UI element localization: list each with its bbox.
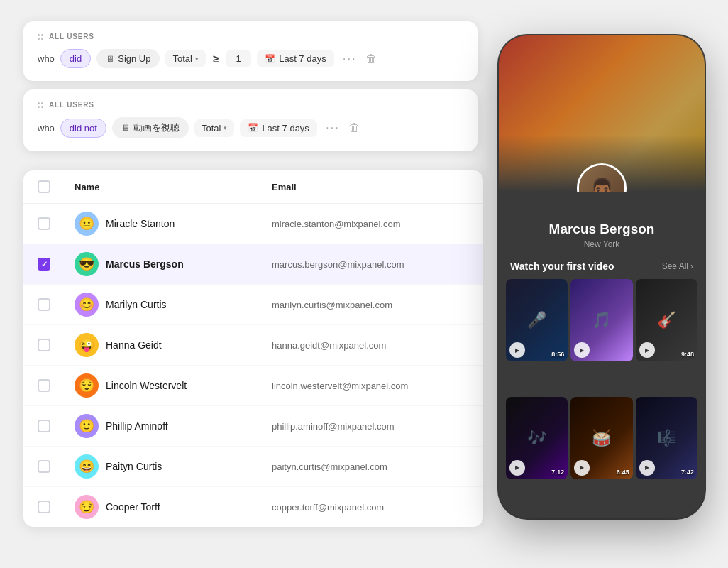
user-name: Marilyn Curtis bbox=[106, 299, 167, 310]
play-button[interactable]: ▶ bbox=[639, 460, 655, 476]
filter-row-1: who did 🖥 Sign Up Total ▾ ≥ 1 📅 Last 7 d… bbox=[38, 49, 463, 68]
video-duration: 7:12 bbox=[551, 469, 564, 476]
user-info: 🙂Phillip Aminoff bbox=[75, 414, 272, 438]
user-email: marcus.bergson@mixpanel.com bbox=[272, 259, 469, 270]
avatar: 😊 bbox=[75, 293, 99, 317]
table-row[interactable]: 😜Hanna Geidthanna.geidt@mixpanel.com bbox=[23, 325, 483, 366]
table-row[interactable]: 😐Miracle Stantonmiracle.stanton@mixpanel… bbox=[23, 204, 483, 244]
row-checkbox[interactable] bbox=[38, 217, 50, 230]
table-row[interactable]: 😎Marcus Bergsonmarcus.bergson@mixpanel.c… bbox=[23, 244, 483, 285]
user-info: 😜Hanna Geidt bbox=[75, 333, 272, 357]
avatar: 😎 bbox=[75, 252, 99, 276]
more-options-1[interactable]: ··· bbox=[340, 52, 360, 66]
user-name: Marcus Bergson bbox=[106, 258, 184, 270]
date-range-2[interactable]: 📅 Last 7 days bbox=[240, 119, 317, 137]
row-checkbox[interactable] bbox=[38, 298, 50, 311]
video-thumbnail[interactable]: 🎶▶7:12 bbox=[506, 397, 568, 479]
drag-handle-icon-2 bbox=[38, 102, 43, 108]
avatar: 🙂 bbox=[75, 414, 99, 438]
video-duration: 9:48 bbox=[681, 351, 694, 358]
user-info: 😌Lincoln Westervelt bbox=[75, 373, 272, 398]
video-thumbnail[interactable]: 🎸▶9:48 bbox=[636, 279, 697, 361]
email-column-header: Email bbox=[272, 182, 469, 192]
user-info: 😎Marcus Bergson bbox=[75, 252, 272, 276]
avatar: 😐 bbox=[75, 212, 99, 236]
user-email: phillip.aminoff@mixpanel.com bbox=[272, 421, 469, 432]
row-checkbox[interactable] bbox=[38, 339, 50, 351]
table-row[interactable]: 🙂Phillip Aminoffphillip.aminoff@mixpanel… bbox=[23, 406, 483, 447]
user-name: Lincoln Westervelt bbox=[106, 380, 187, 391]
video-thumbnail[interactable]: 🎤▶8:56 bbox=[506, 279, 568, 361]
filter-cards: ALL USERS who did 🖥 Sign Up Total ▾ ≥ 1 bbox=[23, 21, 478, 151]
monitor-icon-2: 🖥 bbox=[121, 123, 130, 133]
filter-card-2: ALL USERS who did not 🖥 動画を視聴 Total ▾ 📅 … bbox=[23, 89, 478, 151]
phone-body: Marcus Bergson New York Watch your first… bbox=[499, 192, 705, 518]
did-pill[interactable]: did bbox=[60, 49, 91, 68]
avatar: 😄 bbox=[75, 454, 99, 479]
who-label-1: who bbox=[38, 53, 55, 64]
aggregate-select-2[interactable]: Total ▾ bbox=[194, 119, 234, 137]
aggregate-select-1[interactable]: Total ▾ bbox=[165, 50, 205, 67]
video-thumbnail[interactable]: 🎵▶ bbox=[570, 279, 632, 361]
avatar: 😏 bbox=[75, 495, 99, 519]
phone-user-location: New York bbox=[499, 239, 705, 249]
filter-card-1: ALL USERS who did 🖥 Sign Up Total ▾ ≥ 1 bbox=[23, 21, 478, 81]
phone-header-bg: 👨🏾 bbox=[499, 36, 705, 192]
event-pill-2[interactable]: 🖥 動画を視聴 bbox=[112, 117, 189, 138]
filter-card-2-title: ALL USERS bbox=[38, 101, 463, 109]
table-row[interactable]: 😄Paityn Curtispaityn.curtis@mixpanel.com bbox=[23, 447, 483, 487]
avatar: 😜 bbox=[75, 333, 99, 357]
user-info: 😏Cooper Torff bbox=[75, 495, 272, 519]
table-row[interactable]: 😏Cooper Torffcopper.torff@mixpanel.com bbox=[23, 487, 483, 527]
play-button[interactable]: ▶ bbox=[509, 460, 525, 476]
delete-filter-2[interactable]: 🗑 bbox=[348, 121, 360, 134]
row-checkbox[interactable] bbox=[38, 501, 50, 513]
user-info: 😄Paityn Curtis bbox=[75, 454, 272, 479]
phone-section-header: Watch your first video See All › bbox=[499, 261, 705, 272]
avatar-image: 👨🏾 bbox=[579, 165, 624, 192]
phone-section-title: Watch your first video bbox=[510, 261, 614, 272]
video-thumbnail[interactable]: 🥁▶6:45 bbox=[570, 397, 632, 479]
user-email: paityn.curtis@mixpanel.com bbox=[272, 462, 469, 472]
table-row[interactable]: 😊Marilyn Curtismarilyn.curtis@mixpanel.c… bbox=[23, 285, 483, 325]
select-all-checkbox[interactable] bbox=[38, 180, 50, 193]
did-not-pill[interactable]: did not bbox=[60, 119, 106, 138]
calendar-icon-2: 📅 bbox=[248, 123, 258, 133]
name-column-header: Name bbox=[75, 182, 272, 192]
table-row[interactable]: 😌Lincoln Westerveltlincoln.westervelt@mi… bbox=[23, 366, 483, 406]
user-email: lincoln.westervelt@mixpanel.com bbox=[272, 381, 469, 391]
delete-filter-1[interactable]: 🗑 bbox=[365, 53, 377, 65]
phone-user-name: Marcus Bergson bbox=[499, 222, 705, 237]
more-options-2[interactable]: ··· bbox=[323, 121, 343, 135]
row-checkbox[interactable] bbox=[38, 420, 50, 432]
filter-row-2: who did not 🖥 動画を視聴 Total ▾ 📅 Last 7 day… bbox=[38, 117, 463, 138]
user-info: 😊Marilyn Curtis bbox=[75, 293, 272, 317]
operator-1: ≥ bbox=[211, 53, 220, 65]
row-checkbox[interactable] bbox=[38, 379, 50, 392]
table-body: 😐Miracle Stantonmiracle.stanton@mixpanel… bbox=[23, 204, 483, 527]
value-input-1[interactable]: 1 bbox=[226, 50, 251, 67]
user-name: Hanna Geidt bbox=[106, 339, 162, 351]
see-all-button[interactable]: See All › bbox=[662, 261, 693, 271]
user-name: Miracle Stanton bbox=[106, 218, 175, 229]
user-email: copper.torff@mixpanel.com bbox=[272, 502, 469, 513]
drag-handle-icon bbox=[38, 34, 43, 40]
row-checkbox[interactable] bbox=[38, 460, 50, 473]
user-email: miracle.stanton@mixpanel.com bbox=[272, 219, 469, 229]
chevron-down-icon: ▾ bbox=[195, 55, 199, 62]
user-email: marilyn.curtis@mixpanel.com bbox=[272, 300, 469, 310]
video-grid: 🎤▶8:56🎵▶🎸▶9:48🎶▶7:12🥁▶6:45🎼▶7:42 bbox=[499, 279, 705, 511]
play-button[interactable]: ▶ bbox=[639, 342, 655, 358]
user-name: Cooper Torff bbox=[106, 501, 160, 513]
date-range-1[interactable]: 📅 Last 7 days bbox=[257, 50, 334, 67]
monitor-icon: 🖥 bbox=[106, 54, 114, 64]
event-pill-1[interactable]: 🖥 Sign Up bbox=[96, 49, 160, 68]
user-table: Name Email 😐Miracle Stantonmiracle.stant… bbox=[23, 170, 483, 527]
chevron-right-icon: › bbox=[690, 261, 693, 271]
video-thumbnail[interactable]: 🎼▶7:42 bbox=[636, 397, 697, 479]
user-name: Paityn Curtis bbox=[106, 461, 162, 472]
user-email: hanna.geidt@mixpanel.com bbox=[272, 340, 469, 351]
user-info: 😐Miracle Stanton bbox=[75, 212, 272, 236]
row-checkbox[interactable] bbox=[38, 258, 50, 271]
video-duration: 6:45 bbox=[617, 469, 629, 476]
